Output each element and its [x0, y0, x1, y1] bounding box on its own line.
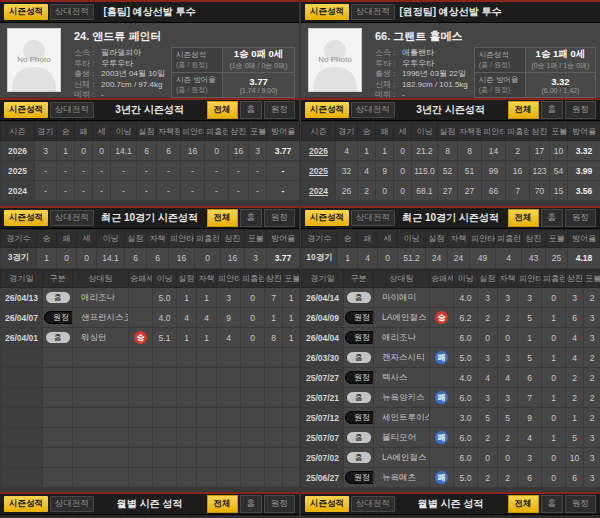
table-cell: 6.0	[454, 428, 478, 448]
no-photo-label: No Photo	[17, 55, 51, 66]
season-link[interactable]: 2025	[309, 166, 328, 176]
tab-season-stats[interactable]: 시즌성적	[305, 4, 349, 20]
table-cell: 2	[478, 468, 498, 488]
season-summary-box: 시즌성적(홈 / 원정) 1승 1패 0세(0승 1패 / 1승 0패) 시즌 …	[474, 47, 596, 98]
three-year-stats-table: 시즌경기승패세이닝실점자책점피안타피홈런삼진포볼방어율2026411021.28…	[301, 121, 600, 201]
win-badge: 승	[435, 311, 448, 324]
tab-season-stats[interactable]: 시즌성적	[4, 4, 48, 20]
table-cell: 홈	[344, 448, 374, 468]
filter-away-button[interactable]: 원정	[565, 495, 596, 513]
tab-season-stats[interactable]: 시즌성적	[4, 102, 48, 118]
column-header: 세	[77, 230, 97, 248]
tab-season-stats[interactable]: 시즌성적	[4, 210, 48, 226]
filter-all-button[interactable]: 전체	[508, 495, 539, 513]
column-header: 패	[358, 230, 378, 248]
filter-home-button[interactable]: 홈	[541, 209, 564, 227]
tab-season-stats[interactable]: 시즌성적	[305, 496, 349, 512]
table-cell: 3	[566, 288, 584, 308]
table-cell: 4	[358, 161, 376, 181]
bio-row: 투타우투우타	[74, 59, 165, 70]
filter-away-button[interactable]: 원정	[565, 209, 596, 227]
table-cell[interactable]: 2025	[302, 161, 336, 181]
table-cell: 4.18	[568, 248, 600, 269]
player-info-area: No Photo 24. 앤드류 페인터 소속필라델피아 투타우투우타 출생20…	[0, 23, 299, 97]
table-cell: 26/03/30	[302, 348, 344, 368]
table-row: 26/03/30홈캔자스시티패5.0335142	[302, 348, 600, 368]
table-cell: 0	[241, 288, 265, 308]
home-pill: 홈	[46, 332, 70, 343]
column-header: 경기	[336, 122, 358, 141]
tab-vs-record[interactable]: 상대전적	[351, 4, 395, 20]
filter-all-button[interactable]: 전체	[207, 101, 238, 119]
filter-all-button[interactable]: 전체	[207, 209, 238, 227]
column-header: 실점	[177, 270, 197, 288]
season-link[interactable]: 2026	[309, 146, 328, 156]
table-cell: 패	[430, 348, 454, 368]
tab-vs-record[interactable]: 상대전적	[50, 102, 94, 118]
tab-season-stats[interactable]: 시즌성적	[4, 496, 48, 512]
table-cell: 워싱턴	[73, 328, 129, 348]
filter-home-button[interactable]: 홈	[240, 209, 263, 227]
table-row	[1, 468, 300, 488]
table-row: 10경기14051.2242449443254.18	[302, 248, 600, 269]
tab-vs-record[interactable]: 상대전적	[50, 496, 94, 512]
tab-vs-record[interactable]: 상대전적	[50, 210, 94, 226]
tab-vs-record[interactable]: 상대전적	[351, 102, 395, 118]
filter-home-button[interactable]: 홈	[541, 495, 564, 513]
filter-all-button[interactable]: 전체	[508, 209, 539, 227]
bio-row: 출생1996년 03월 22일	[375, 69, 468, 80]
table-cell: 3	[584, 428, 600, 448]
table-cell: 3	[518, 288, 542, 308]
filter-away-button[interactable]: 원정	[264, 495, 295, 513]
table-cell[interactable]: 2026	[302, 141, 336, 161]
column-header: 승	[338, 230, 358, 248]
column-header: 포볼	[546, 230, 568, 248]
tab-vs-record[interactable]: 상대전적	[351, 496, 395, 512]
table-cell: 115.0	[412, 161, 438, 181]
table-cell	[265, 388, 283, 408]
tab-vs-record[interactable]: 상대전적	[351, 210, 395, 226]
table-cell: 4	[217, 328, 241, 348]
table-row	[1, 408, 300, 428]
tab-season-stats[interactable]: 시즌성적	[305, 210, 349, 226]
column-header: 실점	[438, 122, 458, 141]
table-cell	[283, 388, 300, 408]
filter-home-button[interactable]: 홈	[240, 101, 263, 119]
table-cell: 0	[542, 288, 566, 308]
column-header: 실점	[137, 122, 157, 141]
table-cell: 25/07/27	[302, 368, 344, 388]
filter-away-button[interactable]: 원정	[565, 101, 596, 119]
season-link[interactable]: 2024	[309, 186, 328, 196]
table-cell: 24	[448, 248, 470, 269]
table-cell	[129, 448, 153, 468]
filter-all-button[interactable]: 전체	[508, 101, 539, 119]
table-cell: 0	[378, 248, 398, 269]
table-cell[interactable]: 2024	[302, 181, 336, 201]
table-row: 25/07/27원정텍사스4.0446022	[302, 368, 600, 388]
table-cell: 2	[506, 141, 530, 161]
table-cell: 0	[394, 181, 412, 201]
table-cell: 2	[358, 181, 376, 201]
table-row	[1, 348, 300, 368]
column-header: 방어율	[568, 230, 600, 248]
table-cell: 1	[197, 328, 217, 348]
column-header: 패	[57, 230, 77, 248]
tab-season-stats[interactable]: 시즌성적	[305, 102, 349, 118]
filter-away-button[interactable]: 원정	[264, 209, 295, 227]
filter-home-button[interactable]: 홈	[541, 101, 564, 119]
filter-home-button[interactable]: 홈	[240, 495, 263, 513]
section-header-bar: 시즌성적상대전적월별 시즌 성적전체홈원정	[301, 494, 600, 515]
filter-all-button[interactable]: 전체	[207, 495, 238, 513]
filter-away-button[interactable]: 원정	[264, 101, 295, 119]
table-cell: 마이애미	[374, 288, 430, 308]
table-cell	[283, 428, 300, 448]
table-cell	[265, 348, 283, 368]
table-cell	[73, 468, 129, 488]
table-cell: -	[93, 181, 111, 201]
column-header: 경기	[35, 122, 57, 141]
table-cell: 9	[217, 308, 241, 328]
table-cell: 5.0	[153, 288, 177, 308]
tab-vs-record[interactable]: 상대전적	[50, 4, 94, 20]
table-cell: 4	[358, 248, 378, 269]
table-cell: 26/04/09	[302, 308, 344, 328]
